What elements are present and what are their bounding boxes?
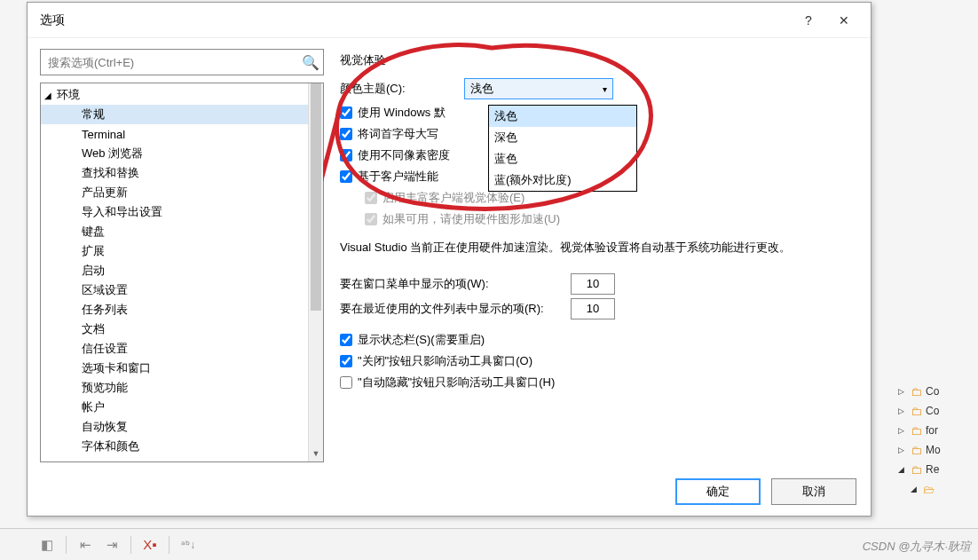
solution-explorer-fragment: ▷🗀Co▷🗀Co▷🗀for▷🗀Mo◢🗀Re◢🗁 [898,382,978,499]
theme-label: 颜色主题(C): [340,81,464,97]
tree-item[interactable]: 常规 [41,105,323,124]
folder-icon: 🗀 [911,463,922,477]
tree-item[interactable]: 文档 [41,319,323,339]
tree-item[interactable]: Web 浏览器 [41,144,323,163]
tree-item[interactable]: 任务列表 [41,300,323,319]
theme-combobox[interactable]: 浅色 ▾ [464,78,613,99]
folder-open-icon: 🗁 [923,483,935,496]
chk-autohide-active[interactable]: "自动隐藏"按钮只影响活动工具窗口(H) [340,372,851,393]
tree-item[interactable]: 区域设置 [41,280,323,300]
toolbar-icon-ab[interactable]: ᵃᵇ↓ [177,533,200,556]
tree-item[interactable]: 字体和颜色 [41,437,323,456]
search-icon[interactable]: 🔍 [298,54,323,71]
theme-option[interactable]: 蓝色 [489,148,636,170]
window-menu-count[interactable] [571,273,615,295]
tree-root-label: 环境 [57,87,80,103]
indent-icon[interactable]: ⇥ [100,533,123,556]
search-input[interactable] [41,56,298,69]
close-button[interactable]: ✕ [826,3,862,38]
toolbar-icon-1[interactable]: ◧ [35,533,59,556]
left-panel: 🔍 ◢ 环境 常规TerminalWeb 浏览器查找和替换产品更新导入和导出设置… [40,49,324,462]
tree-item[interactable]: 查找和替换 [41,163,323,183]
cancel-button[interactable]: 取消 [771,478,856,505]
options-dialog: 选项 ? ✕ 🔍 ◢ 环境 常规TerminalWeb 浏览器查找和替换产品更新… [27,2,872,517]
recent-files-label: 要在最近使用的文件列表中显示的项(R): [340,301,571,317]
theme-dropdown[interactable]: 浅色深色蓝色蓝(额外对比度) [488,105,637,192]
tree-item[interactable]: 导入和导出设置 [41,202,323,222]
window-menu-items-row: 要在窗口菜单中显示的项(W): [340,272,851,296]
ok-button[interactable]: 确定 [675,478,761,505]
tree-item[interactable]: 键盘 [41,222,323,241]
collapse-icon[interactable]: ◢ [44,91,57,100]
theme-option[interactable]: 蓝(额外对比度) [489,170,636,191]
titlebar: 选项 ? ✕ [28,3,871,38]
outdent-icon[interactable]: ⇤ [74,533,97,556]
help-button[interactable]: ? [791,3,826,38]
theme-row: 颜色主题(C): 浅色 ▾ [340,77,851,100]
visual-experience-group: 视觉体验 [340,52,851,68]
toolbar-icon-x[interactable]: X▪ [138,533,162,556]
folder-icon: 🗀 [911,405,922,418]
tree-item[interactable]: 信任设置 [41,339,323,359]
tree-item[interactable]: 产品更新 [41,183,323,202]
search-box[interactable]: 🔍 [40,49,324,75]
recent-files-count[interactable] [571,298,615,319]
tree-scrollbar[interactable]: ▲ ▼ [308,83,323,461]
expand-icon[interactable]: ▷ [898,406,907,415]
solution-tree-item[interactable]: ▷🗀for [898,421,978,440]
solution-tree-item[interactable]: ▷🗀Co [898,382,978,401]
hw-status-text: Visual Studio 当前正在使用硬件加速渲染。视觉体验设置将自动基于系统… [340,239,851,256]
tree-item[interactable]: Terminal [41,124,323,144]
expand-icon[interactable]: ◢ [911,485,919,493]
bottom-toolbar: ◧ ⇤ ⇥ X▪ ᵃᵇ↓ [0,528,978,560]
nav-tree[interactable]: ◢ 环境 常规TerminalWeb 浏览器查找和替换产品更新导入和导出设置键盘… [40,83,324,462]
window-menu-label: 要在窗口菜单中显示的项(W): [340,276,571,292]
recent-files-row: 要在最近使用的文件列表中显示的项(R): [340,297,851,320]
theme-selected: 浅色 [470,81,493,97]
folder-icon: 🗀 [911,424,922,438]
folder-icon: 🗀 [911,444,922,457]
tree-item[interactable]: 帐户 [41,398,323,417]
tree-root-environment[interactable]: ◢ 环境 [41,85,323,105]
chk-close-active[interactable]: "关闭"按钮只影响活动工具窗口(O) [340,351,851,372]
scroll-down-icon[interactable]: ▼ [309,446,323,461]
solution-tree-item[interactable]: ▷🗀Co [898,401,978,421]
tree-item[interactable]: 启动 [41,261,323,280]
solution-tree-item[interactable]: ▷🗀Mo [898,440,978,460]
expand-icon[interactable]: ▷ [898,446,907,454]
scroll-thumb[interactable] [311,83,321,311]
theme-option[interactable]: 深色 [489,127,636,148]
folder-icon: 🗀 [911,385,922,398]
chk-status-bar[interactable]: 显示状态栏(S)(需要重启) [340,329,851,351]
expand-icon[interactable]: ◢ [898,465,907,474]
chk-hw-accel: 如果可用，请使用硬件图形加速(U) [365,209,851,230]
theme-option[interactable]: 浅色 [489,106,636,127]
expand-icon[interactable]: ▷ [898,387,907,396]
watermark: CSDN @九寻木·耿瑄 [863,539,971,555]
tree-item[interactable]: 选项卡和窗口 [41,359,323,378]
dialog-title: 选项 [40,12,791,28]
tree-item[interactable]: 扩展 [41,241,323,261]
chevron-down-icon: ▾ [603,84,607,94]
dialog-footer: 确定 取消 [675,478,856,505]
tree-item[interactable]: 预览功能 [41,378,323,398]
solution-tree-item[interactable]: ◢🗁 [898,479,978,499]
solution-tree-item[interactable]: ◢🗀Re [898,460,978,479]
tree-item[interactable]: 自动恢复 [41,417,323,437]
expand-icon[interactable]: ▷ [898,426,907,435]
